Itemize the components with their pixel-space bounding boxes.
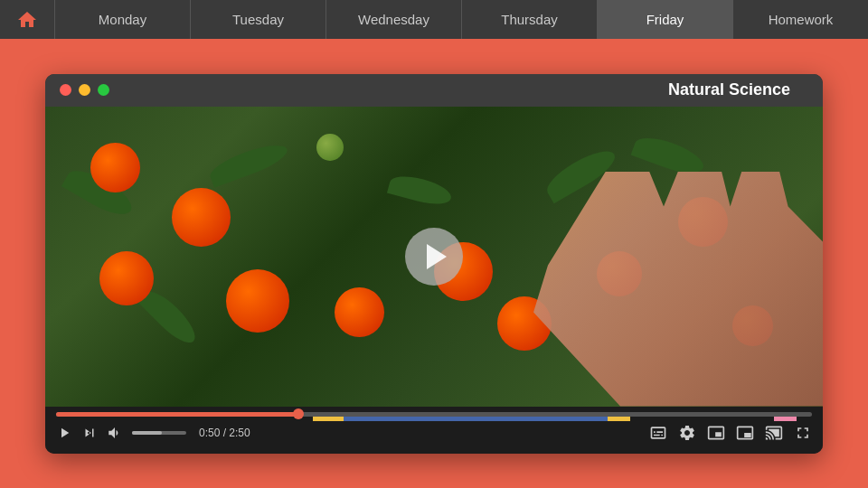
- time-display: 0:50 / 2:50: [199, 427, 250, 439]
- subtitles-icon: [649, 424, 667, 442]
- skip-forward-icon: [81, 425, 98, 441]
- settings-button[interactable]: [678, 424, 696, 442]
- miniplayer-button[interactable]: [736, 424, 754, 442]
- progress-played: [56, 412, 298, 417]
- play-icon: [427, 244, 447, 269]
- cast-button[interactable]: [765, 424, 783, 442]
- volume-icon: [107, 425, 123, 441]
- video-area[interactable]: [45, 107, 823, 407]
- hand-overlay: [533, 172, 823, 407]
- window-titlebar: Natural Science: [45, 74, 823, 107]
- video-controls: 0:50 / 2:50: [45, 407, 823, 454]
- home-icon: [16, 9, 38, 31]
- window-maximize-button[interactable]: [98, 84, 109, 96]
- main-content: Natural Science: [0, 39, 868, 488]
- tomato-5: [335, 287, 384, 337]
- nav-tab-wednesday[interactable]: Wednesday: [326, 0, 461, 39]
- tomato-1: [90, 143, 140, 192]
- controls-left: 0:50 / 2:50: [56, 425, 250, 441]
- progress-bar[interactable]: [56, 412, 812, 417]
- nav-tab-homework[interactable]: Homework: [732, 0, 868, 39]
- top-navigation: Monday Tuesday Wednesday Thursday Friday…: [0, 0, 868, 39]
- tomato-2: [172, 188, 231, 247]
- window-minimize-button[interactable]: [79, 84, 90, 96]
- window-close-button[interactable]: [60, 84, 71, 96]
- play-pause-button[interactable]: [56, 425, 72, 441]
- pip-icon: [707, 424, 725, 442]
- pip-button[interactable]: [707, 424, 725, 442]
- settings-icon: [678, 424, 696, 442]
- skip-forward-button[interactable]: [81, 425, 98, 441]
- leaf-3: [387, 171, 454, 209]
- controls-row: 0:50 / 2:50: [56, 424, 812, 442]
- fullscreen-button[interactable]: [794, 424, 812, 442]
- nav-tab-thursday[interactable]: Thursday: [461, 0, 597, 39]
- progress-segment-yellow-1: [313, 417, 343, 421]
- nav-tab-friday[interactable]: Friday: [597, 0, 732, 39]
- progress-segment-pink: [774, 417, 797, 421]
- subtitles-button[interactable]: [649, 424, 667, 442]
- tomato-green: [316, 134, 344, 161]
- play-pause-icon: [56, 425, 72, 441]
- nav-tabs: Monday Tuesday Wednesday Thursday Friday…: [54, 0, 868, 39]
- window-title: Natural Science: [668, 80, 790, 99]
- nav-tab-monday[interactable]: Monday: [54, 0, 190, 39]
- tomato-4: [226, 269, 289, 333]
- video-window: Natural Science: [45, 74, 823, 454]
- window-controls: [60, 84, 109, 96]
- miniplayer-icon: [736, 424, 754, 442]
- volume-slider[interactable]: [132, 431, 186, 435]
- nav-tab-tuesday[interactable]: Tuesday: [190, 0, 326, 39]
- play-button[interactable]: [405, 228, 463, 286]
- leaf-2: [206, 138, 290, 187]
- progress-segment-yellow-2: [608, 417, 630, 421]
- tomato-3: [99, 251, 154, 305]
- progress-handle[interactable]: [293, 408, 304, 419]
- progress-segment-blue: [344, 417, 609, 421]
- volume-button[interactable]: [107, 425, 123, 441]
- home-button[interactable]: [0, 0, 54, 39]
- controls-right: [649, 424, 812, 442]
- volume-fill: [132, 431, 162, 435]
- cast-icon: [765, 424, 783, 442]
- fullscreen-icon: [794, 424, 812, 442]
